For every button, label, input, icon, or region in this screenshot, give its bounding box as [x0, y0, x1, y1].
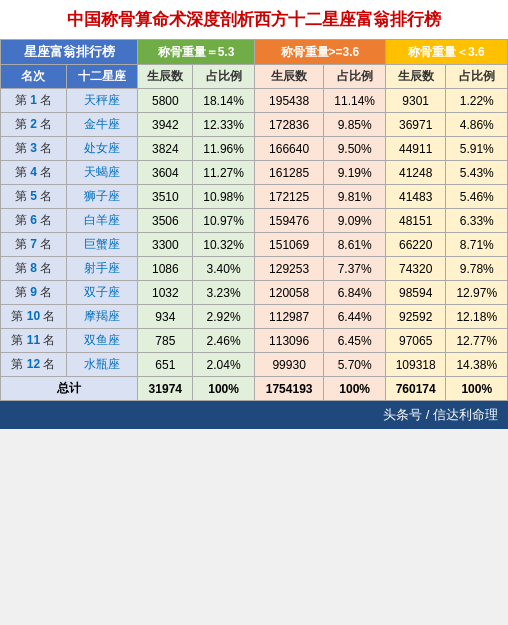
rank-suffix: 名: [40, 93, 52, 107]
footer-text: 头条号 / 信达利命理: [0, 401, 508, 429]
rank-cell: 第 1 名: [1, 89, 67, 113]
sign-cell: 天蝎座: [66, 161, 137, 185]
sign-cell: 天秤座: [66, 89, 137, 113]
g2-ratio-cell: 9.81%: [324, 185, 385, 209]
g3-ratio-cell: 1.22%: [446, 89, 508, 113]
sign-name: 水瓶座: [84, 357, 120, 371]
g1-births-cell: 651: [138, 353, 193, 377]
table-row: 第 8 名 射手座 1086 3.40% 129253 7.37% 74320 …: [1, 257, 508, 281]
table-row: 第 12 名 水瓶座 651 2.04% 99930 5.70% 109318 …: [1, 353, 508, 377]
table-row: 第 5 名 狮子座 3510 10.98% 172125 9.81% 41483…: [1, 185, 508, 209]
g1-ratio-cell: 3.23%: [193, 281, 254, 305]
g1-ratio-cell: 2.92%: [193, 305, 254, 329]
rank-suffix: 名: [40, 285, 52, 299]
rank-prefix: 第: [11, 357, 23, 371]
g2-ratio-cell: 7.37%: [324, 257, 385, 281]
sign-name: 金牛座: [84, 117, 120, 131]
g1-births-cell: 934: [138, 305, 193, 329]
rank-prefix: 第: [11, 309, 23, 323]
sign-cell: 金牛座: [66, 113, 137, 137]
g1-births-cell: 3942: [138, 113, 193, 137]
sign-cell: 射手座: [66, 257, 137, 281]
rank-suffix: 名: [40, 165, 52, 179]
rank-cell: 第 9 名: [1, 281, 67, 305]
rank-suffix: 名: [40, 213, 52, 227]
g3-births-cell: 66220: [385, 233, 446, 257]
rank-prefix: 第: [15, 117, 27, 131]
g1-births-cell: 3604: [138, 161, 193, 185]
rank-number: 5: [30, 189, 40, 203]
rank-number: 7: [30, 237, 40, 251]
g1-births-cell: 3506: [138, 209, 193, 233]
table-row: 第 10 名 摩羯座 934 2.92% 112987 6.44% 92592 …: [1, 305, 508, 329]
g2-births-cell: 112987: [254, 305, 324, 329]
data-table: 星座富翁排行榜 称骨重量＝5.3 称骨重量>=3.6 称骨重量＜3.6 名次 十…: [0, 39, 508, 401]
sign-name: 处女座: [84, 141, 120, 155]
g3-births-cell: 97065: [385, 329, 446, 353]
rank-cell: 第 12 名: [1, 353, 67, 377]
g2-births-cell: 129253: [254, 257, 324, 281]
g3-births-cell: 41248: [385, 161, 446, 185]
sign-cell: 水瓶座: [66, 353, 137, 377]
sign-cell: 双鱼座: [66, 329, 137, 353]
g1-ratio-cell: 11.27%: [193, 161, 254, 185]
rank-suffix: 名: [40, 237, 52, 251]
sign-name: 双子座: [84, 285, 120, 299]
rank-number: 2: [30, 117, 40, 131]
sign-name: 狮子座: [84, 189, 120, 203]
table-row: 第 4 名 天蝎座 3604 11.27% 161285 9.19% 41248…: [1, 161, 508, 185]
g3-births-header: 生辰数: [385, 65, 446, 89]
rank-number: 3: [30, 141, 40, 155]
g2-ratio-cell: 5.70%: [324, 353, 385, 377]
g3-births-cell: 92592: [385, 305, 446, 329]
g1-ratio-cell: 2.46%: [193, 329, 254, 353]
g2-ratio-cell: 6.45%: [324, 329, 385, 353]
g1-births-cell: 5800: [138, 89, 193, 113]
rank-prefix: 第: [15, 285, 27, 299]
table-row: 第 3 名 处女座 3824 11.96% 166640 9.50% 44911…: [1, 137, 508, 161]
g2-ratio-cell: 9.09%: [324, 209, 385, 233]
g3-births-cell: 74320: [385, 257, 446, 281]
g3-ratio-cell: 5.46%: [446, 185, 508, 209]
g2-ratio-cell: 9.50%: [324, 137, 385, 161]
g1-births-cell: 785: [138, 329, 193, 353]
g1-births-cell: 3300: [138, 233, 193, 257]
sign-name: 巨蟹座: [84, 237, 120, 251]
sign-cell: 摩羯座: [66, 305, 137, 329]
g2-births-cell: 99930: [254, 353, 324, 377]
total-g2-ratio: 100%: [324, 377, 385, 401]
rank-prefix: 第: [15, 141, 27, 155]
g3-ratio-header: 占比例: [446, 65, 508, 89]
g2-ratio-header: 占比例: [324, 65, 385, 89]
main-container: 中国称骨算命术深度剖析西方十二星座富翁排行榜 星座富翁排行榜 称骨重量＝5.3 …: [0, 0, 508, 429]
g3-ratio-cell: 12.97%: [446, 281, 508, 305]
rank-number: 8: [30, 261, 40, 275]
g2-births-cell: 113096: [254, 329, 324, 353]
group3-header: 称骨重量＜3.6: [385, 40, 507, 65]
rank-cell: 第 7 名: [1, 233, 67, 257]
sign-cell: 巨蟹座: [66, 233, 137, 257]
sign-name: 天蝎座: [84, 165, 120, 179]
rank-suffix: 名: [40, 117, 52, 131]
rank-suffix: 名: [40, 261, 52, 275]
total-g1-ratio: 100%: [193, 377, 254, 401]
g1-births-cell: 3510: [138, 185, 193, 209]
table-row: 第 7 名 巨蟹座 3300 10.32% 151069 8.61% 66220…: [1, 233, 508, 257]
rank-number: 12: [27, 357, 44, 371]
g3-ratio-cell: 14.38%: [446, 353, 508, 377]
table-row: 第 11 名 双鱼座 785 2.46% 113096 6.45% 97065 …: [1, 329, 508, 353]
g3-births-cell: 109318: [385, 353, 446, 377]
rank-prefix: 第: [15, 213, 27, 227]
rank-cell: 第 8 名: [1, 257, 67, 281]
g3-ratio-cell: 5.91%: [446, 137, 508, 161]
sign-col-header: 十二星座: [66, 65, 137, 89]
g3-ratio-cell: 8.71%: [446, 233, 508, 257]
rank-cell: 第 3 名: [1, 137, 67, 161]
g3-births-cell: 36971: [385, 113, 446, 137]
sign-name: 射手座: [84, 261, 120, 275]
g1-ratio-cell: 10.32%: [193, 233, 254, 257]
total-g2-births: 1754193: [254, 377, 324, 401]
rank-cell: 第 2 名: [1, 113, 67, 137]
g3-births-cell: 48151: [385, 209, 446, 233]
sign-name: 天秤座: [84, 93, 120, 107]
